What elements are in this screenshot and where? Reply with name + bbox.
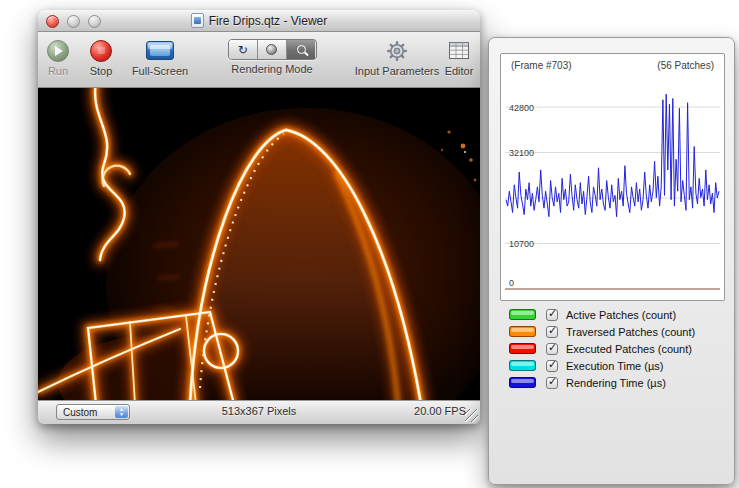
status-bar: Custom 513x367 Pixels 20.00 FPS — [38, 400, 480, 424]
legend-label: Execution Time (µs) — [566, 359, 663, 373]
run-icon — [47, 40, 69, 62]
window-title-text: Fire Drips.qtz - Viewer — [209, 14, 327, 28]
stop-icon — [90, 40, 112, 62]
legend-label: Active Patches (count) — [566, 308, 676, 322]
fullscreen-label: Full-Screen — [125, 65, 195, 77]
fps-label: 20.00 FPS — [414, 405, 466, 417]
title-bar[interactable]: Fire Drips.qtz - Viewer — [38, 10, 480, 32]
run-button[interactable]: Run — [38, 37, 78, 77]
segment-wireframe[interactable]: ↻ — [229, 40, 258, 59]
minimize-button[interactable] — [67, 15, 80, 28]
legend-checkbox[interactable] — [546, 309, 558, 321]
legend-label: Executed Patches (count) — [566, 342, 692, 356]
fullscreen-icon — [146, 41, 174, 60]
legend-checkbox[interactable] — [546, 326, 558, 338]
fullscreen-button[interactable]: Full-Screen — [125, 37, 195, 77]
viewer-window: Fire Drips.qtz - Viewer Run Stop Full-Sc… — [38, 10, 480, 424]
desktop: Fire Drips.qtz - Viewer Run Stop Full-Sc… — [0, 0, 739, 488]
input-parameters-label: Input Parameters — [349, 65, 445, 77]
patch-counter-label: (56 Patches) — [657, 60, 714, 71]
svg-text:0: 0 — [509, 278, 514, 288]
svg-text:32100: 32100 — [509, 148, 534, 158]
legend-row-traversed: Traversed Patches (count) — [489, 325, 736, 340]
editor-button[interactable]: Editor — [439, 37, 479, 77]
color-swatch — [509, 377, 536, 388]
legend-label: Rendering Time (µs) — [566, 376, 666, 390]
frame-counter-label: (Frame #703) — [511, 60, 572, 71]
color-swatch — [509, 360, 536, 371]
resize-grip[interactable] — [465, 409, 478, 422]
editor-label: Editor — [439, 65, 479, 77]
color-swatch — [509, 309, 536, 320]
legend-checkbox[interactable] — [546, 360, 558, 372]
window-title: Fire Drips.qtz - Viewer — [191, 13, 327, 28]
legend-row-executed: Executed Patches (count) — [489, 342, 736, 357]
magnifier-icon — [297, 45, 306, 54]
grid-editor-icon — [449, 42, 469, 59]
segment-shaded[interactable] — [258, 40, 287, 59]
render-view[interactable] — [38, 88, 480, 400]
rendering-mode-segments: ↻ — [228, 39, 317, 60]
stats-panel-window: (Frame #703) (56 Patches) 42800321001070… — [488, 37, 735, 485]
rotate-icon: ↻ — [238, 44, 248, 56]
stop-button[interactable]: Stop — [81, 37, 121, 77]
window-controls — [46, 15, 101, 28]
color-swatch — [509, 343, 536, 354]
close-button[interactable] — [46, 15, 59, 28]
svg-text:10700: 10700 — [509, 239, 534, 249]
rendering-mode-control: ↻ Rendering Mode — [222, 37, 322, 75]
legend-checkbox[interactable] — [546, 377, 558, 389]
rendering-mode-label: Rendering Mode — [222, 63, 322, 75]
fire-render-image — [38, 88, 480, 400]
toolbar: Run Stop Full-Screen ↻ Rendering Mode — [38, 32, 480, 88]
document-icon — [191, 13, 204, 28]
legend-label: Traversed Patches (count) — [566, 325, 695, 339]
legend-row-rendering-time: Rendering Time (µs) — [489, 376, 736, 391]
segment-inspect[interactable] — [287, 40, 315, 59]
rendering-time-chart: 4280032100107000 — [503, 76, 722, 298]
svg-text:42800: 42800 — [509, 103, 534, 113]
input-parameters-button[interactable]: Input Parameters — [349, 37, 445, 77]
zoom-button[interactable] — [88, 15, 101, 28]
profiler-chart: (Frame #703) (56 Patches) 42800321001070… — [500, 53, 725, 301]
legend-row-active: Active Patches (count) — [489, 308, 736, 323]
legend-checkbox[interactable] — [546, 343, 558, 355]
stop-label: Stop — [81, 65, 121, 77]
sphere-icon — [266, 44, 277, 55]
run-label: Run — [38, 65, 78, 77]
gear-icon — [386, 40, 408, 62]
legend-row-execution-time: Execution Time (µs) — [489, 359, 736, 374]
color-swatch — [509, 326, 536, 337]
